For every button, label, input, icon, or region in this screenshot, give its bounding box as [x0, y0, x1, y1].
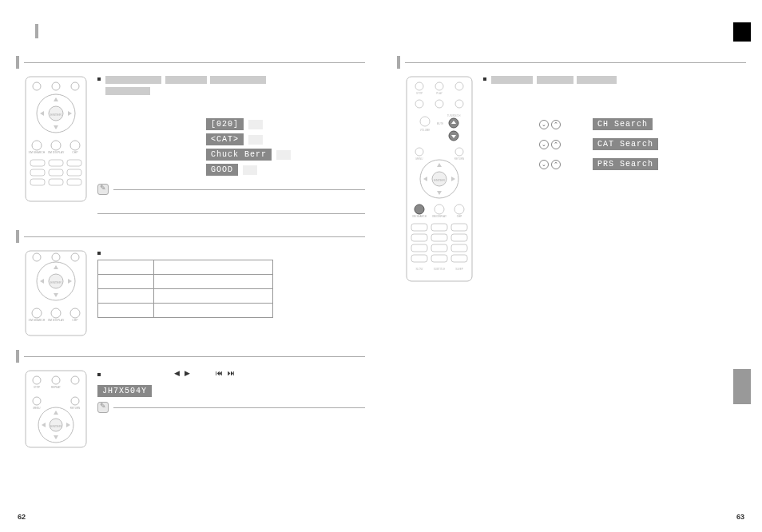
- svg-text:CHP: CHP: [72, 319, 78, 322]
- svg-point-8: [51, 141, 61, 150]
- svg-text:ENTER: ENTER: [50, 113, 62, 117]
- svg-rect-77: [431, 224, 447, 231]
- svg-text:MENU: MENU: [416, 157, 423, 161]
- svg-rect-84: [451, 244, 467, 252]
- info-table: [97, 260, 273, 318]
- svg-point-43: [71, 397, 79, 405]
- svg-point-70: [415, 204, 424, 214]
- svg-rect-18: [67, 169, 81, 176]
- search-mode-display: CAT Search: [593, 138, 658, 150]
- display-value: Chuck Berr: [206, 149, 272, 161]
- chevron-up-icon: ⌃: [551, 160, 561, 169]
- svg-point-55: [435, 100, 443, 108]
- svg-text:CHP: CHP: [72, 151, 78, 154]
- search-mode-display: CH Search: [593, 118, 653, 130]
- page-header-mark: [35, 24, 38, 38]
- section-divider: [24, 62, 365, 63]
- arrow-left-icon: ◀: [174, 369, 180, 377]
- svg-rect-85: [411, 255, 427, 262]
- remote-illustration-full: STOP PLAY VOLUME TUNING/CH: [405, 75, 474, 284]
- svg-text:STOP: STOP: [34, 386, 40, 389]
- svg-text:XM DISPLAY: XM DISPLAY: [48, 319, 65, 322]
- svg-text:MUTE: MUTE: [437, 122, 444, 125]
- svg-rect-17: [49, 169, 63, 176]
- svg-text:RETURN: RETURN: [454, 157, 465, 161]
- svg-text:XM DISPLAY: XM DISPLAY: [48, 151, 65, 154]
- svg-point-65: [455, 148, 463, 156]
- svg-text:VOLUME: VOLUME: [420, 129, 431, 132]
- chevron-down-icon: ⌄: [539, 140, 549, 149]
- remote-illustration: ENTER XM SEARCH XM DISPLAY CHP: [24, 75, 88, 219]
- svg-rect-87: [451, 255, 467, 262]
- svg-text:TUNING/CH: TUNING/CH: [447, 114, 461, 117]
- svg-text:SLOW: SLOW: [416, 268, 423, 271]
- svg-point-31: [70, 308, 80, 318]
- section-bar: [16, 56, 19, 69]
- search-mode-display: PRS Search: [593, 158, 658, 170]
- svg-rect-20: [49, 179, 63, 185]
- display-value: GOOD: [206, 164, 238, 176]
- svg-point-72: [435, 204, 444, 214]
- svg-text:ENTER: ENTER: [50, 280, 62, 284]
- black-tab-marker: [733, 22, 751, 42]
- svg-rect-16: [30, 169, 45, 176]
- search-mode-channel: ⌄ ⌃ CH Search: [483, 118, 746, 130]
- page-right: STOP PLAY VOLUME TUNING/CH: [381, 0, 762, 532]
- remote-illustration: STOP REPEAT MENU RETURN ENTER: [24, 369, 88, 451]
- svg-text:SLEEP: SLEEP: [455, 268, 463, 271]
- svg-rect-83: [431, 244, 447, 252]
- svg-rect-86: [431, 255, 447, 262]
- table-row: [98, 289, 273, 304]
- page-left: ENTER XM SEARCH XM DISPLAY CHP: [0, 0, 381, 532]
- display-value: [020]: [206, 118, 244, 130]
- page-number-right: 63: [736, 513, 744, 521]
- svg-text:XM SEARCH: XM SEARCH: [29, 319, 46, 322]
- svg-point-4: [33, 82, 41, 90]
- svg-point-53: [455, 82, 463, 90]
- svg-text:SUBTITLE: SUBTITLE: [434, 268, 445, 271]
- svg-point-36: [33, 376, 41, 384]
- svg-point-5: [52, 82, 60, 90]
- search-mode-category: ⌄ ⌃ CAT Search: [483, 138, 746, 150]
- svg-text:MENU: MENU: [34, 407, 41, 410]
- svg-point-40: [71, 376, 79, 384]
- note-icon: [97, 402, 109, 413]
- svg-text:REPEAT: REPEAT: [51, 386, 61, 389]
- remote-illustration: ENTER XM SEARCH XM DISPLAY CHP: [24, 249, 88, 339]
- svg-point-49: [415, 82, 423, 90]
- svg-point-41: [33, 397, 41, 405]
- table-row: [98, 304, 273, 318]
- section-1: ENTER XM SEARCH XM DISPLAY CHP: [16, 56, 365, 219]
- svg-point-26: [33, 253, 41, 261]
- section-divider: [405, 62, 746, 63]
- bullet-icon: [97, 252, 101, 255]
- bullet-icon: [97, 77, 101, 81]
- svg-rect-76: [411, 224, 427, 231]
- svg-text:XM SEARCH: XM SEARCH: [412, 215, 427, 218]
- display-row-category: <CAT>: [97, 133, 365, 145]
- svg-text:ENTER: ENTER: [50, 424, 62, 428]
- section-bar: [16, 350, 19, 363]
- id-code-display: JH7X504Y: [97, 385, 152, 397]
- svg-point-63: [415, 148, 423, 156]
- svg-point-51: [435, 82, 443, 90]
- bullet-icon: [483, 77, 486, 81]
- redacted-text: [491, 75, 618, 86]
- section-divider: [24, 236, 365, 237]
- table-row: [98, 275, 273, 289]
- section-r1: STOP PLAY VOLUME TUNING/CH: [397, 56, 746, 284]
- svg-point-54: [415, 100, 423, 108]
- display-row-channel: [020]: [97, 118, 365, 130]
- bullet-icon: [97, 373, 101, 376]
- chevron-up-icon: ⌃: [551, 140, 561, 149]
- svg-rect-21: [67, 179, 81, 185]
- svg-point-56: [455, 100, 463, 108]
- arrow-right-icon: ▶: [185, 369, 190, 377]
- chevron-down-icon: ⌄: [539, 120, 549, 129]
- svg-rect-80: [431, 234, 447, 241]
- section-3: STOP REPEAT MENU RETURN ENTER: [16, 350, 365, 451]
- svg-text:STOP: STOP: [416, 92, 423, 95]
- svg-rect-79: [411, 234, 427, 241]
- svg-text:RETURN: RETURN: [70, 407, 81, 410]
- svg-rect-13: [30, 160, 45, 166]
